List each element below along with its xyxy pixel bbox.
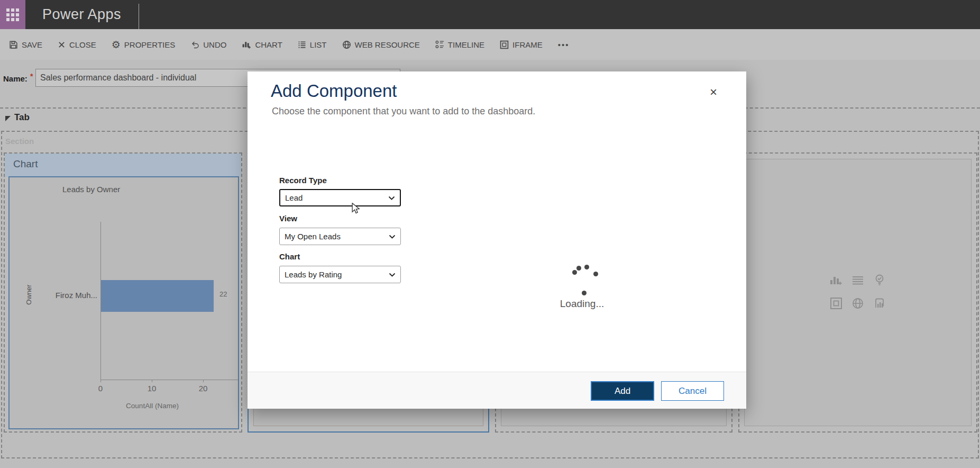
loading-text: Loading...	[544, 298, 620, 310]
mouse-cursor	[351, 203, 361, 214]
chevron-down-icon	[388, 196, 395, 201]
add-component-dialog: × Add Component Choose the component tha…	[248, 71, 746, 409]
view-label: View	[279, 214, 297, 223]
view-select[interactable]: My Open Leads	[279, 228, 401, 245]
chevron-down-icon	[389, 235, 396, 239]
chart-select[interactable]: Leads by Rating	[279, 266, 401, 283]
record-type-select[interactable]: Lead	[279, 189, 401, 206]
chart-label: Chart	[279, 252, 300, 261]
add-button[interactable]: Add	[591, 381, 654, 401]
power-apps-dashboard-editor: Power Apps SAVE CLOSE ⚙ PROPERTIES UNDO …	[0, 0, 980, 468]
record-type-label: Record Type	[279, 176, 327, 185]
dialog-title: Add Component	[271, 81, 397, 101]
chevron-down-icon	[389, 273, 396, 277]
cancel-button[interactable]: Cancel	[661, 381, 724, 401]
dialog-subtitle: Choose the component that you want to ad…	[272, 106, 535, 117]
close-icon[interactable]: ×	[706, 84, 721, 100]
